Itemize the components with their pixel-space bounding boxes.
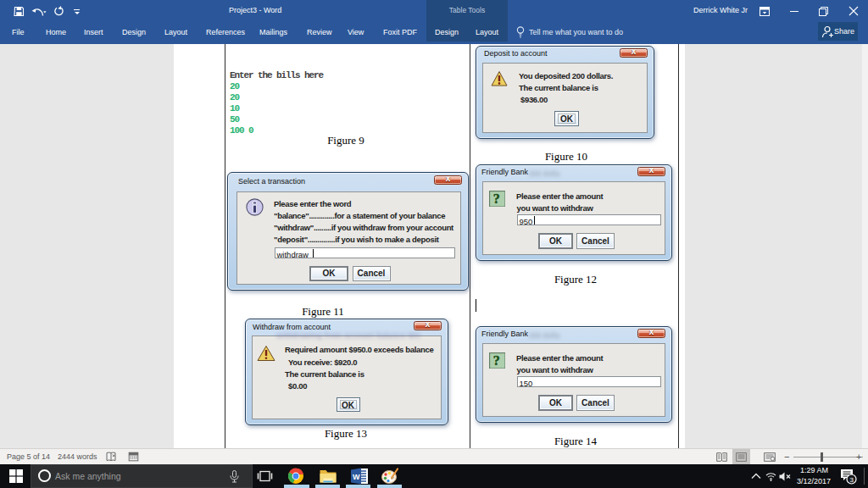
svg-text:?: ?	[493, 353, 500, 368]
svg-text:?: ?	[493, 191, 500, 206]
svg-text:W: W	[353, 473, 360, 481]
svg-text:3: 3	[850, 476, 854, 484]
